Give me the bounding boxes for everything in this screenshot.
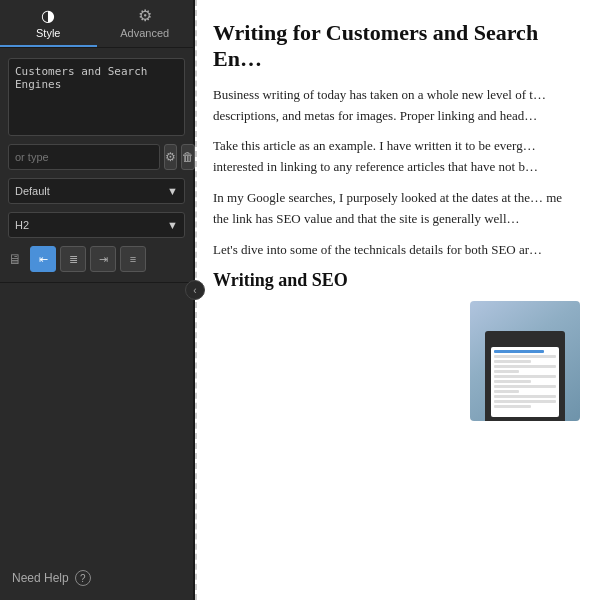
need-help-section: Need Help ? [0, 556, 193, 600]
help-icon[interactable]: ? [75, 570, 91, 586]
text-area-section: Customers and Search Engines ⚙ 🗑 Default… [0, 48, 193, 283]
section-title: Writing and SEO [213, 270, 580, 291]
tab-bar: ◑ Style ⚙ Advanced [0, 0, 193, 48]
trash-icon: 🗑 [182, 150, 194, 164]
align-left-button[interactable]: ⇤ [30, 246, 56, 272]
align-justify-button[interactable]: ≡ [120, 246, 146, 272]
trash-button[interactable]: 🗑 [181, 144, 195, 170]
dropdown2-row: H2 ▼ [8, 212, 185, 238]
dropdown2[interactable]: H2 ▼ [8, 212, 185, 238]
align-center-icon: ≣ [69, 253, 78, 266]
align-right-button[interactable]: ⇥ [90, 246, 116, 272]
tab-advanced[interactable]: ⚙ Advanced [97, 0, 194, 47]
link-input-row: ⚙ 🗑 [8, 144, 185, 170]
tab-style[interactable]: ◑ Style [0, 0, 97, 47]
article-para-3: In my Google searches, I purposely looke… [213, 188, 580, 230]
dropdown1[interactable]: Default ▼ [8, 178, 185, 204]
chevron-down-icon2: ▼ [167, 219, 178, 231]
need-help-label: Need Help [12, 571, 69, 585]
article-para-1: Business writing of today has taken on a… [213, 85, 580, 127]
tab-style-label: Style [36, 27, 60, 39]
article-para-4: Let's dive into some of the technicals d… [213, 240, 580, 261]
align-justify-icon: ≡ [130, 253, 136, 265]
align-right-icon: ⇥ [99, 253, 108, 266]
collapse-icon: ‹ [193, 285, 196, 296]
collapse-arrow-button[interactable]: ‹ [185, 280, 205, 300]
article-image [470, 301, 580, 421]
dropdown1-row: Default ▼ [8, 178, 185, 204]
content-area: Writing for Customers and Search En… Bus… [195, 0, 600, 600]
article-para-2: Take this article as an example. I have … [213, 136, 580, 178]
dropdown1-value: Default [15, 185, 50, 197]
style-icon: ◑ [41, 8, 55, 24]
article-title: Writing for Customers and Search En… [213, 20, 580, 73]
text-area-wrapper: Customers and Search Engines [8, 58, 185, 136]
advanced-icon: ⚙ [138, 8, 152, 24]
link-input[interactable] [8, 144, 160, 170]
align-left-icon: ⇤ [39, 253, 48, 266]
right-panel: Writing for Customers and Search En… Bus… [195, 0, 600, 600]
align-row: 🖥 ⇤ ≣ ⇥ ≡ [8, 246, 185, 272]
left-panel: ◑ Style ⚙ Advanced Customers and Search … [0, 0, 195, 600]
monitor-icon: 🖥 [8, 251, 22, 267]
align-center-button[interactable]: ≣ [60, 246, 86, 272]
chevron-down-icon: ▼ [167, 185, 178, 197]
tab-advanced-label: Advanced [120, 27, 169, 39]
dropdown2-value: H2 [15, 219, 29, 231]
heading-text-input[interactable]: Customers and Search Engines [15, 65, 178, 125]
gear-button[interactable]: ⚙ [164, 144, 177, 170]
gear-icon: ⚙ [165, 150, 176, 164]
